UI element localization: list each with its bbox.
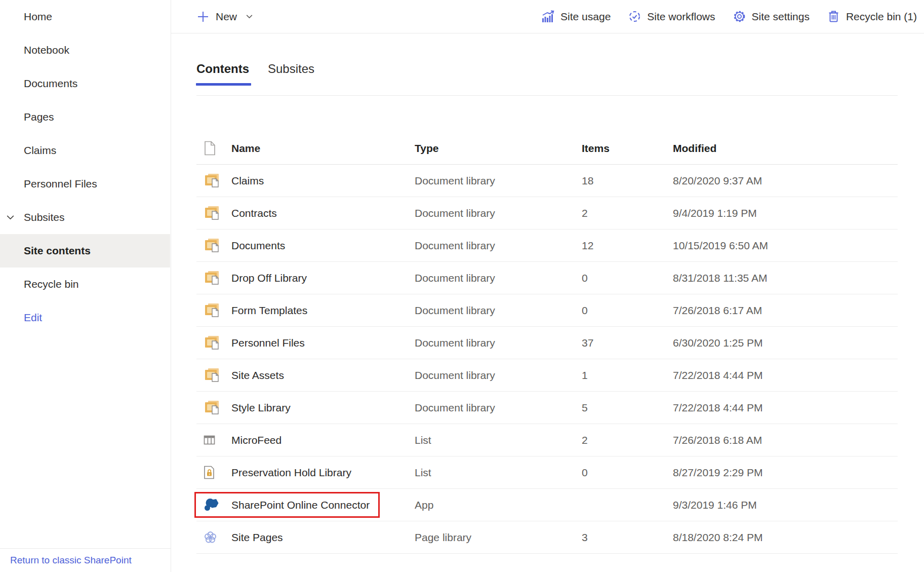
table-row[interactable]: Personnel Files Document library 37 6/30… xyxy=(196,327,898,359)
document-icon xyxy=(196,141,231,156)
sidebar-item-site-contents[interactable]: Site contents xyxy=(0,234,170,268)
row-type: Document library xyxy=(415,337,582,349)
row-items-count: 2 xyxy=(582,207,673,219)
row-modified-date: 6/30/2020 1:25 PM xyxy=(673,337,898,349)
site-workflows-button[interactable]: Site workflows xyxy=(628,10,715,23)
new-button[interactable]: New xyxy=(196,10,254,23)
table-row[interactable]: SharePoint Online Connector App 9/3/2019… xyxy=(196,489,898,521)
row-name-link[interactable]: Site Assets xyxy=(231,369,415,382)
site-settings-button[interactable]: Site settings xyxy=(733,10,810,23)
tabs: Contents Subsites xyxy=(196,62,314,86)
sidebar-item-pages[interactable]: Pages xyxy=(0,100,170,134)
row-name-link[interactable]: Site Pages xyxy=(231,531,415,544)
table-row[interactable]: Site Pages Page library 3 8/18/2020 8:24… xyxy=(196,521,898,554)
sidebar-item-subsites[interactable]: Subsites xyxy=(0,201,170,234)
table-row[interactable]: Documents Document library 12 10/15/2019… xyxy=(196,230,898,262)
sidebar-item-label: Notebook xyxy=(24,44,69,56)
sharepoint-connector-icon xyxy=(204,497,219,513)
row-items-count: 5 xyxy=(582,402,673,414)
row-modified-date: 8/20/2020 9:37 AM xyxy=(673,175,898,187)
row-type: Document library xyxy=(415,402,582,414)
site-usage-button[interactable]: Site usage xyxy=(541,10,611,23)
table-row[interactable]: Claims Document library 18 8/20/2020 9:3… xyxy=(196,165,898,197)
sidebar-item-home[interactable]: Home xyxy=(0,0,170,33)
recycle-bin-label: Recycle bin (1) xyxy=(846,11,917,23)
row-name-link[interactable]: MicroFeed xyxy=(231,434,415,446)
table-row[interactable]: Preservation Hold Library List 0 8/27/20… xyxy=(196,456,898,489)
sidebar-item-label: Site contents xyxy=(24,245,91,257)
sidebar-nav: Home Notebook Documents Pages Claims Per… xyxy=(0,0,170,334)
return-to-classic-link[interactable]: Return to classic SharePoint xyxy=(10,555,132,566)
row-items-count: 2 xyxy=(582,434,673,446)
sidebar-item-documents[interactable]: Documents xyxy=(0,67,170,100)
tab-contents[interactable]: Contents xyxy=(196,62,249,86)
row-name-link[interactable]: Documents xyxy=(231,240,415,252)
row-type: App xyxy=(415,499,582,511)
document-library-icon xyxy=(204,399,220,416)
document-library-icon xyxy=(204,237,220,254)
chevron-down-icon xyxy=(245,12,254,21)
sidebar-item-claims[interactable]: Claims xyxy=(0,134,170,167)
row-type: Document library xyxy=(415,272,582,284)
row-name-link[interactable]: Style Library xyxy=(231,402,415,414)
row-type: Document library xyxy=(415,207,582,219)
table-row[interactable]: Site Assets Document library 1 7/22/2018… xyxy=(196,359,898,392)
sidebar: Home Notebook Documents Pages Claims Per… xyxy=(0,0,171,572)
row-type: List xyxy=(415,467,582,479)
column-header-items[interactable]: Items xyxy=(582,142,673,155)
sidebar-item-recycle-bin[interactable]: Recycle bin xyxy=(0,268,170,301)
row-type: List xyxy=(415,434,582,446)
row-name-link[interactable]: Contracts xyxy=(231,207,415,219)
row-items-count: 0 xyxy=(582,304,673,317)
row-modified-date: 9/3/2019 1:46 PM xyxy=(673,499,898,511)
row-name-link[interactable]: Form Templates xyxy=(231,304,415,317)
table-row[interactable]: Form Templates Document library 0 7/26/2… xyxy=(196,294,898,327)
column-header-name[interactable]: Name xyxy=(231,142,415,155)
sidebar-item-label: Documents xyxy=(24,78,77,90)
sidebar-item-label: Personnel Files xyxy=(24,178,97,190)
column-header-type[interactable]: Type xyxy=(415,142,582,155)
column-header-modified[interactable]: Modified xyxy=(673,142,898,155)
sidebar-item-label: Claims xyxy=(24,144,56,157)
site-pages-icon xyxy=(204,530,217,544)
row-type: Document library xyxy=(415,240,582,252)
sidebar-item-label: Pages xyxy=(24,111,54,123)
row-modified-date: 7/26/2018 6:18 AM xyxy=(673,434,898,446)
row-items-count: 1 xyxy=(582,369,673,382)
document-library-icon xyxy=(204,302,220,319)
recycle-bin-icon xyxy=(827,10,840,23)
site-contents-table: Name Type Items Modified xyxy=(196,132,898,554)
row-type: Page library xyxy=(415,531,582,544)
sidebar-item-label: Subsites xyxy=(24,211,65,223)
sidebar-item-label: Recycle bin xyxy=(24,278,79,290)
row-type: Document library xyxy=(415,369,582,382)
table-row[interactable]: Contracts Document library 2 9/4/2019 1:… xyxy=(196,197,898,230)
site-settings-icon xyxy=(733,10,746,23)
tab-subsites[interactable]: Subsites xyxy=(268,62,314,86)
row-name-link[interactable]: Drop Off Library xyxy=(231,272,415,284)
row-modified-date: 8/27/2019 2:29 PM xyxy=(673,467,898,479)
row-type: Document library xyxy=(415,175,582,187)
document-library-icon xyxy=(204,205,220,222)
table-row[interactable]: Style Library Document library 5 7/22/20… xyxy=(196,392,898,424)
row-name-link[interactable]: Personnel Files xyxy=(231,337,415,349)
table-row[interactable]: MicroFeed List 2 7/26/2018 6:18 AM xyxy=(196,424,898,456)
site-usage-label: Site usage xyxy=(560,11,611,23)
sidebar-item-personnel-files[interactable]: Personnel Files xyxy=(0,167,170,201)
site-workflows-label: Site workflows xyxy=(647,11,715,23)
table-row[interactable]: Drop Off Library Document library 0 8/31… xyxy=(196,262,898,294)
recycle-bin-button[interactable]: Recycle bin (1) xyxy=(827,10,917,23)
sidebar-item-label: Home xyxy=(24,11,52,23)
row-name-link[interactable]: SharePoint Online Connector xyxy=(231,499,415,511)
sidebar-item-edit[interactable]: Edit xyxy=(0,301,170,334)
table-header-row: Name Type Items Modified xyxy=(196,132,898,165)
row-name-link[interactable]: Claims xyxy=(231,175,415,187)
sidebar-item-notebook[interactable]: Notebook xyxy=(0,33,170,67)
row-type: Document library xyxy=(415,304,582,317)
row-name-link[interactable]: Preservation Hold Library xyxy=(231,467,415,479)
chevron-down-icon xyxy=(5,212,16,223)
row-modified-date: 9/4/2019 1:19 PM xyxy=(673,207,898,219)
document-library-icon xyxy=(204,172,220,189)
command-bar-right: Site usage Site workflows xyxy=(541,10,917,23)
row-items-count: 3 xyxy=(582,531,673,544)
